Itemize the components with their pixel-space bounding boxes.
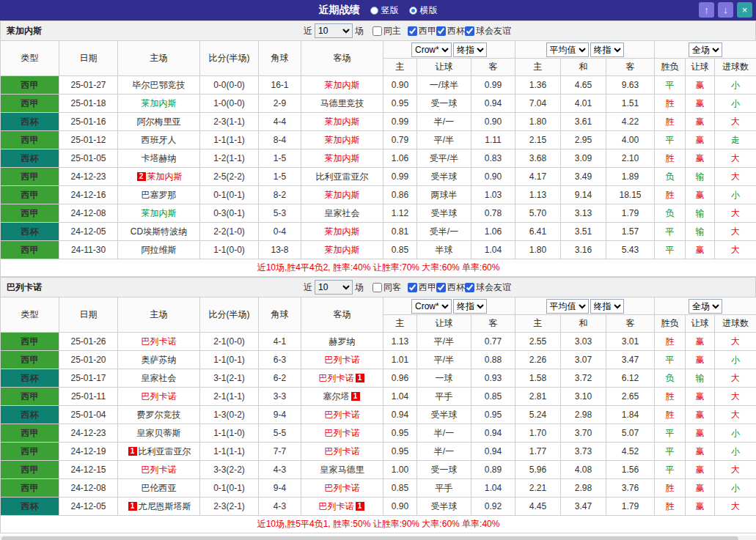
asian-handicap-cell: 受半球 [417, 498, 471, 516]
league-type-cell: 西杯 [1, 149, 59, 168]
col-goals-result: 进球数 [715, 59, 756, 76]
match-count-select[interactable]: 10 [315, 280, 353, 295]
asian-odds-cell: 0.77 [471, 333, 515, 351]
final-odds-select[interactable]: 终指 [590, 299, 624, 314]
date-cell: 24-12-08 [59, 479, 118, 498]
league-checkbox-friendly[interactable]: 球会友谊 [465, 281, 511, 294]
games-label: 场 [355, 25, 364, 37]
league-laliga-input[interactable] [408, 26, 417, 36]
asian-odds-cell: 0.78 [471, 204, 515, 223]
asian-odds-cell: 0.88 [471, 351, 515, 369]
average-select[interactable]: 平均值 [546, 42, 589, 57]
euro-odds-cell: 3.73 [561, 443, 606, 461]
match-row: 西甲25-01-26巴列卡诺2-1(0-0)4-1赫罗纳1.13平/半0.772… [1, 333, 756, 351]
outcome-cell: 平 [655, 241, 686, 259]
home-team-cell: 毕尔巴鄂竞技 [118, 76, 200, 95]
asian-odds-cell: 1.04 [383, 388, 417, 406]
league-friendly-input[interactable] [465, 283, 474, 292]
league-friendly-input[interactable] [465, 26, 474, 36]
league-checkbox-friendly[interactable]: 球会友谊 [465, 25, 511, 37]
final-odds-select[interactable]: 终指 [590, 42, 624, 57]
scroll-up-button[interactable]: ↑ [699, 2, 714, 18]
final-odds-select[interactable]: 终指 [453, 42, 487, 57]
score-cell: 0-0(0-0) [200, 76, 259, 95]
euro-odds-cell: 5.70 [515, 204, 561, 223]
fulltime-select[interactable]: 全场 [689, 299, 722, 314]
asian-handicap-cell: 半/一 [417, 113, 471, 131]
bookmaker-select[interactable]: Crow* [411, 42, 452, 57]
goals-result-cell: 走 [715, 131, 756, 149]
close-button[interactable]: × [737, 2, 752, 18]
league-checkbox-laliga[interactable]: 西甲 [408, 25, 436, 37]
match-row: 西甲24-12-232莱加内斯2-5(2-2)1-5比利亚雷亚尔0.99受半球0… [1, 168, 756, 186]
red-card-badge: 2 [137, 172, 146, 181]
league-checkbox-copa[interactable]: 西杯 [436, 281, 465, 294]
match-row: 西甲24-12-08巴伦西亚0-1(0-1)9-4巴列卡诺0.85平手1.042… [1, 479, 756, 498]
same-venue-input[interactable] [373, 26, 382, 36]
mode-vertical-radio[interactable]: 竖版 [370, 4, 399, 17]
close-icon: × [742, 4, 748, 15]
match-row: 西杯24-12-051尤尼恩斯塔斯2-3(2-1)4-3巴列卡诺10.90受半球… [1, 498, 756, 516]
asian-odds-cell: 0.94 [471, 424, 515, 443]
asian-odds-cell: 0.94 [471, 95, 515, 113]
final-odds-select[interactable]: 终指 [453, 299, 487, 314]
home-team-cell: 莱加内斯 [118, 204, 200, 223]
euro-odds-cell: 9.63 [606, 76, 655, 95]
league-copa-input[interactable] [436, 283, 446, 292]
bookmaker-select[interactable]: Crow* [411, 299, 452, 314]
mode-vertical-label: 竖版 [381, 4, 399, 17]
euro-odds-cell: 1.70 [515, 424, 561, 443]
euro-odds-cell: 3.47 [561, 498, 606, 516]
date-cell: 25-01-20 [59, 351, 118, 369]
outcome-cell: 负 [655, 168, 686, 186]
red-card-badge: 1 [128, 447, 137, 456]
euro-odds-cell: 2.55 [515, 333, 561, 351]
col-type: 类型 [1, 297, 59, 333]
scroll-down-button[interactable]: ↓ [718, 2, 733, 18]
mode-horizontal-radio[interactable]: 横版 [409, 4, 438, 17]
league-type-cell: 西杯 [1, 369, 59, 388]
asian-odds-cell: 0.79 [383, 131, 417, 149]
team-name: 赫罗纳 [329, 336, 356, 347]
average-select[interactable]: 平均值 [546, 299, 589, 314]
euro-odds-cell: 3.49 [561, 168, 606, 186]
scrollbar-thumb[interactable] [1, 536, 738, 540]
fulltime-select[interactable]: 全场 [689, 42, 722, 57]
date-cell: 25-01-12 [59, 131, 118, 149]
home-team-cell: 阿拉维斯 [118, 241, 200, 259]
match-row: 西甲24-12-16巴塞罗那0-1(0-1)8-2莱加内斯0.86两球半1.03… [1, 186, 756, 204]
goals-result-cell: 小 [715, 479, 756, 498]
results-body: 西甲25-01-27毕尔巴鄂竞技0-0(0-0)16-1莱加内斯0.90一/球半… [1, 76, 756, 259]
col-outcome: 胜负 [655, 59, 686, 76]
asian-odds-cell: 0.95 [471, 406, 515, 424]
away-team-cell: 莱加内斯 [301, 131, 383, 149]
team-name: 莱加内斯 [325, 226, 360, 237]
euro-odds-cell: 1.51 [606, 95, 655, 113]
league-checkbox-copa[interactable]: 西杯 [436, 25, 465, 37]
euro-odds-cell: 4.01 [561, 95, 606, 113]
date-cell: 25-01-26 [59, 333, 118, 351]
league-copa-input[interactable] [436, 26, 446, 36]
league-checkbox-laliga[interactable]: 西甲 [408, 281, 436, 294]
down-arrow-icon: ↓ [723, 4, 728, 15]
outcome-cell: 胜 [655, 149, 686, 168]
handicap-result-cell: 赢 [686, 76, 715, 95]
league-type-cell: 西甲 [1, 76, 59, 95]
asian-odds-cell: 0.99 [471, 76, 515, 95]
score-cell: 0-3(0-1) [200, 204, 259, 223]
asian-handicap-cell: 受半球 [417, 406, 471, 424]
league-laliga-input[interactable] [408, 283, 417, 292]
outcome-cell: 胜 [655, 498, 686, 516]
home-team-cell: CD埃斯特波纳 [118, 223, 200, 241]
match-count-select[interactable]: 10 [315, 23, 353, 38]
horizontal-scrollbar[interactable] [0, 536, 756, 540]
same-venue-checkbox[interactable]: 同主 [373, 25, 401, 37]
team-name: 巴列卡诺 [319, 373, 354, 383]
league-type-cell: 西杯 [1, 406, 59, 424]
same-venue-input[interactable] [373, 283, 382, 292]
same-venue-checkbox[interactable]: 同客 [373, 281, 401, 294]
col-home: 主场 [118, 41, 200, 76]
away-team-cell: 巴列卡诺1 [301, 498, 383, 516]
team-name: 莱加内斯 [142, 208, 177, 218]
score-cell: 2-1(1-1) [200, 388, 259, 406]
